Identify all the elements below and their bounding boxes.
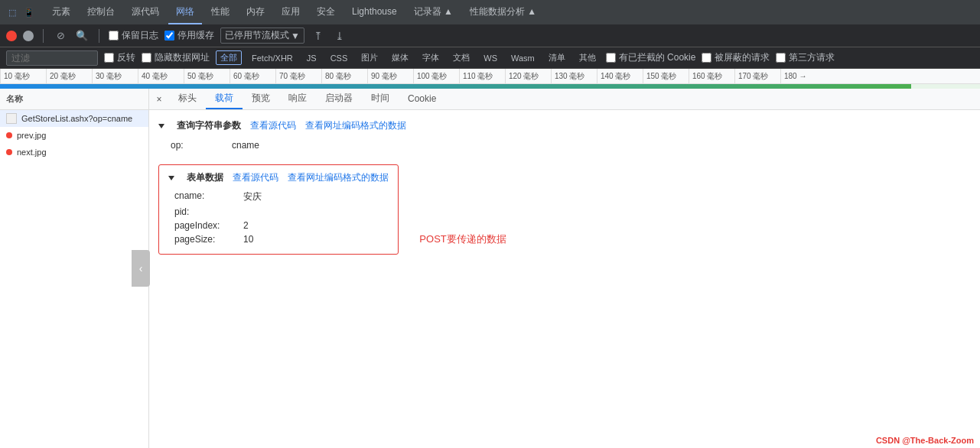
query-section-header: 查询字符串参数 查看源代码 查看网址编码格式的数据 xyxy=(158,116,971,135)
top-tab-网络[interactable]: 网络 xyxy=(168,0,202,24)
blocked-cookie-checkbox[interactable] xyxy=(606,53,616,63)
form-param-key: cname: xyxy=(174,190,243,201)
top-bar-tabs: 元素控制台源代码网络性能内存应用安全Lighthouse记录器 ▲性能数据分析 … xyxy=(44,0,544,24)
top-tab-应用[interactable]: 应用 xyxy=(274,0,308,24)
filter-doc[interactable]: 文档 xyxy=(449,51,474,64)
disable-cache-label[interactable]: 停用缓存 xyxy=(164,29,214,42)
form-param-key: pid: xyxy=(174,206,243,217)
detail-tab-时间[interactable]: 时间 xyxy=(362,89,399,109)
top-tab-性能数据分析▲[interactable]: 性能数据分析 ▲ xyxy=(462,0,544,24)
top-tab-控制台[interactable]: 控制台 xyxy=(80,0,122,24)
filter-other[interactable]: 其他 xyxy=(575,51,600,64)
record-button[interactable] xyxy=(6,31,17,41)
ruler-tick: 80 毫秒 xyxy=(321,69,367,83)
collapse-query-icon[interactable] xyxy=(158,124,164,128)
search-icon[interactable]: 🔍 xyxy=(74,28,90,44)
ruler-tick: 50 毫秒 xyxy=(184,69,230,83)
detail-tab-响应[interactable]: 响应 xyxy=(279,89,316,109)
top-tab-内存[interactable]: 内存 xyxy=(239,0,272,24)
third-party-label[interactable]: 第三方请求 xyxy=(776,51,835,64)
filter-ws[interactable]: WS xyxy=(480,53,501,63)
form-param-value: 10 xyxy=(243,234,253,245)
form-param-row: pageIndex:2 xyxy=(168,220,389,231)
inspect-icon[interactable]: ⬚ xyxy=(6,6,18,18)
form-param-key: pageSize: xyxy=(174,234,243,245)
img-file-icon xyxy=(6,132,12,138)
blocked-cookie-label[interactable]: 有已拦截的 Cookie xyxy=(606,51,696,64)
filter-input[interactable] xyxy=(6,50,98,66)
top-tab-记录器▲[interactable]: 记录器 ▲ xyxy=(406,0,461,24)
disable-cache-checkbox[interactable] xyxy=(164,31,174,41)
main-content: 名称 GetStoreList.ashx?op=cnameprev.jpgnex… xyxy=(0,89,980,448)
clear-button[interactable] xyxy=(23,31,34,41)
detail-tab-载荷[interactable]: 载荷 xyxy=(206,89,243,109)
hide-data-url-checkbox[interactable] xyxy=(142,53,151,63)
query-param-op-value: cname xyxy=(232,140,259,151)
top-tab-元素[interactable]: 元素 xyxy=(44,0,78,24)
detail-tabs: × 标头载荷预览响应启动器时间Cookie xyxy=(149,89,980,110)
form-data-box: 表单数据 查看源代码 查看网址编码格式的数据 cname:安庆pid:pageI… xyxy=(158,164,399,255)
top-tab-Lighthouse[interactable]: Lighthouse xyxy=(344,0,405,24)
reverse-checkbox[interactable] xyxy=(104,53,114,63)
collapse-form-icon[interactable] xyxy=(168,176,174,180)
blocked-req-checkbox[interactable] xyxy=(702,53,711,63)
file-item[interactable]: next.jpg xyxy=(0,144,148,161)
detail-tab-启动器[interactable]: 启动器 xyxy=(316,89,362,109)
query-section-title: 查询字符串参数 xyxy=(177,119,241,132)
filter-media[interactable]: 媒体 xyxy=(388,51,412,64)
ruler-tick: 60 毫秒 xyxy=(230,69,275,83)
devtools-icons: ⬚ 📱 xyxy=(6,6,35,18)
form-section-title: 表单数据 xyxy=(187,171,223,184)
detail-tab-Cookie[interactable]: Cookie xyxy=(399,89,445,109)
top-tab-性能[interactable]: 性能 xyxy=(203,0,237,24)
filter-icon[interactable]: ⊘ xyxy=(53,28,68,44)
file-name: prev.jpg xyxy=(17,131,46,140)
filter-all[interactable]: 全部 xyxy=(216,50,242,65)
filter-css[interactable]: CSS xyxy=(327,53,352,63)
js-file-icon xyxy=(6,113,17,124)
img-file-icon xyxy=(6,149,12,155)
filter-font[interactable]: 字体 xyxy=(418,51,443,64)
filter-wasm[interactable]: Wasm xyxy=(507,53,539,63)
top-tab-源代码[interactable]: 源代码 xyxy=(124,0,167,24)
preserve-log-checkbox[interactable] xyxy=(109,31,119,41)
payload-content: 查询字符串参数 查看源代码 查看网址编码格式的数据 op: cname 表单数据… xyxy=(149,110,980,448)
file-item[interactable]: prev.jpg xyxy=(0,127,148,144)
ruler-tick: 140 毫秒 xyxy=(597,69,643,83)
preserve-log-label[interactable]: 保留日志 xyxy=(109,29,158,42)
right-panel: × 标头载荷预览响应启动器时间Cookie 查询字符串参数 查看源代码 查看网址… xyxy=(149,89,980,448)
upload-icon[interactable]: ⤒ xyxy=(311,28,326,44)
download-icon[interactable]: ⤓ xyxy=(332,28,347,44)
close-tab-icon[interactable]: × xyxy=(152,93,166,106)
reverse-label[interactable]: 反转 xyxy=(104,51,135,64)
top-tab-安全[interactable]: 安全 xyxy=(309,0,343,24)
query-view-encoded-link[interactable]: 查看网址编码格式的数据 xyxy=(305,119,406,132)
ruler-tick: 100 毫秒 xyxy=(413,69,459,83)
form-param-row: pid: xyxy=(168,206,389,217)
query-param-op-key: op: xyxy=(171,140,232,151)
second-bar: ⊘ 🔍 保留日志 停用缓存 已停用节流模式 ▼ ⤒ ⤓ xyxy=(0,24,980,47)
detail-tab-标头[interactable]: 标头 xyxy=(169,89,206,109)
filter-img[interactable]: 图片 xyxy=(357,51,382,64)
form-view-source-link[interactable]: 查看源代码 xyxy=(233,171,278,184)
detail-tab-预览[interactable]: 预览 xyxy=(243,89,279,109)
nav-arrow[interactable]: ‹ xyxy=(132,250,150,287)
file-list-header: 名称 xyxy=(0,89,148,110)
ruler-tick: 160 毫秒 xyxy=(689,69,734,83)
timeline-ruler: 10 毫秒20 毫秒30 毫秒40 毫秒50 毫秒60 毫秒70 毫秒80 毫秒… xyxy=(0,69,980,84)
file-item[interactable]: GetStoreList.ashx?op=cname xyxy=(0,110,148,127)
separator1 xyxy=(43,29,44,43)
ruler-tick: 90 毫秒 xyxy=(367,69,413,83)
filter-clear[interactable]: 清单 xyxy=(545,51,569,64)
throttle-dropdown[interactable]: 已停用节流模式 ▼ xyxy=(220,28,304,44)
filter-js[interactable]: JS xyxy=(303,53,321,63)
blocked-req-label[interactable]: 被屏蔽的请求 xyxy=(702,51,770,64)
hide-data-url-label[interactable]: 隐藏数据网址 xyxy=(142,51,210,64)
form-view-encoded-link[interactable]: 查看网址编码格式的数据 xyxy=(288,171,389,184)
device-icon[interactable]: 📱 xyxy=(23,6,35,18)
ruler-tick: 110 毫秒 xyxy=(459,69,505,83)
filter-fetch-xhr[interactable]: Fetch/XHR xyxy=(248,53,297,63)
query-view-source-link[interactable]: 查看源代码 xyxy=(250,119,296,132)
ruler-tick: 130 毫秒 xyxy=(551,69,597,83)
third-party-checkbox[interactable] xyxy=(776,53,786,63)
